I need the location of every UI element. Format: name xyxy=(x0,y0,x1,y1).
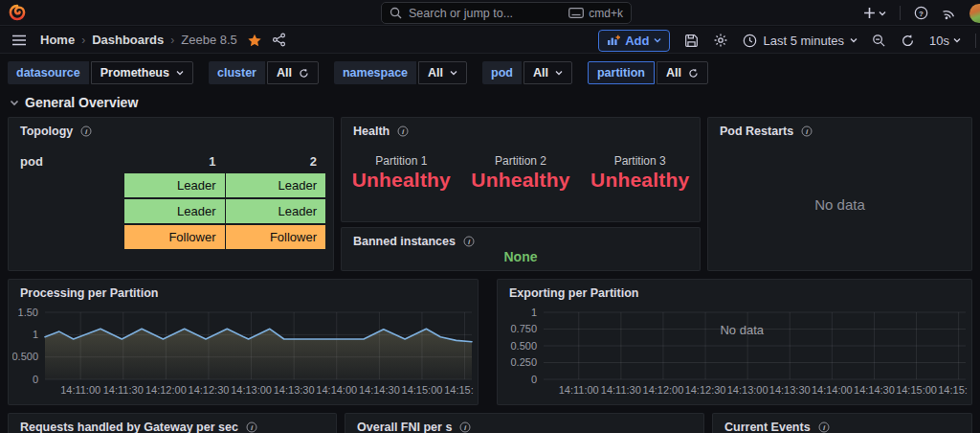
help-button[interactable]: ? xyxy=(914,6,928,20)
svg-text:i: i xyxy=(468,238,471,246)
chart-svg: 14:11:0014:11:3014:12:0014:12:3014:13:00… xyxy=(12,308,474,400)
chevron-down-icon xyxy=(850,37,858,43)
topology-table-body: LeaderLeaderLeaderLeaderFollowerFollower xyxy=(16,173,325,249)
save-icon xyxy=(684,34,699,48)
chevron-down-icon xyxy=(176,70,184,76)
svg-text:0.750: 0.750 xyxy=(510,323,537,334)
gear-icon xyxy=(713,33,728,48)
exporting-chart[interactable]: 14:11:0014:11:3014:12:0014:12:3014:13:00… xyxy=(501,308,968,400)
plus-icon xyxy=(863,7,876,19)
top-header-bar: Search or jump to... cmd+k xyxy=(0,0,980,26)
panel-exporting-per-partition: Exporting per Partition 14:11:0014:11:30… xyxy=(497,279,972,405)
dashboard-toolbar: Home › Dashboards › Zeebe 8.5 xyxy=(0,27,980,54)
breadcrumb-dashboards[interactable]: Dashboards xyxy=(92,33,164,47)
news-button[interactable] xyxy=(942,6,956,20)
refresh-button[interactable] xyxy=(901,34,915,48)
share-button[interactable] xyxy=(272,33,286,47)
filter-cluster-value[interactable]: All xyxy=(267,61,319,84)
time-range-picker[interactable]: Last 5 minutes xyxy=(743,34,858,48)
info-icon[interactable]: i xyxy=(459,422,471,433)
save-dashboard-button[interactable] xyxy=(684,34,699,48)
star-icon xyxy=(247,33,262,48)
panel-title[interactable]: Requests handled by Gateway per sec i xyxy=(9,414,336,433)
search-shortcut: cmd+k xyxy=(568,7,623,20)
topology-cell: Leader xyxy=(226,199,326,223)
svg-text:14:14:30: 14:14:30 xyxy=(854,384,895,396)
topology-pod-cell xyxy=(16,199,123,223)
svg-text:14:12:00: 14:12:00 xyxy=(145,384,187,396)
panel-title[interactable]: Health i xyxy=(342,118,700,142)
grafana-logo[interactable] xyxy=(8,3,27,22)
search-placeholder: Search or jump to... xyxy=(409,7,568,20)
breadcrumb-current: Zeebe 8.5 xyxy=(181,33,237,47)
panel-title[interactable]: Overall FNI per s i xyxy=(345,414,703,433)
row-general-overview[interactable]: General Overview xyxy=(10,95,138,110)
topology-cell: Leader xyxy=(226,173,326,197)
svg-text:0.500: 0.500 xyxy=(510,340,537,352)
filter-datasource-value[interactable]: Prometheus xyxy=(91,61,193,84)
filter-namespace-label: namespace xyxy=(334,61,416,84)
add-panel-button[interactable]: Add xyxy=(598,30,670,52)
avatar[interactable] xyxy=(969,4,980,23)
svg-text:14:13:30: 14:13:30 xyxy=(274,384,315,396)
info-icon[interactable]: i xyxy=(397,125,409,137)
filter-partition-value[interactable]: All xyxy=(657,61,708,84)
panel-title[interactable]: Topology i xyxy=(9,118,333,142)
svg-text:i: i xyxy=(251,423,254,432)
add-visualization-icon xyxy=(607,34,620,46)
filter-namespace-value[interactable]: All xyxy=(418,61,467,84)
panel-title[interactable]: Pod Restarts i xyxy=(708,118,971,142)
svg-text:0.500: 0.500 xyxy=(12,351,38,362)
search-icon xyxy=(390,7,402,19)
refresh-interval-picker[interactable]: 10s xyxy=(929,34,961,48)
panel-title[interactable]: Processing per Partition xyxy=(9,280,478,304)
svg-text:14:11:00: 14:11:00 xyxy=(559,384,599,396)
info-icon[interactable]: i xyxy=(246,422,257,433)
zoom-out-button[interactable] xyxy=(872,34,886,48)
svg-text:14:14:00: 14:14:00 xyxy=(316,384,357,396)
svg-text:1: 1 xyxy=(531,308,537,318)
info-icon[interactable]: i xyxy=(801,125,813,137)
stat-value: Unhealthy xyxy=(342,169,461,192)
svg-text:14:15:30: 14:15:30 xyxy=(938,384,968,396)
svg-text:i: i xyxy=(806,127,809,136)
svg-text:0: 0 xyxy=(33,374,38,385)
zoom-out-icon xyxy=(872,34,886,48)
breadcrumb-home[interactable]: Home xyxy=(40,33,75,47)
info-icon[interactable]: i xyxy=(818,422,830,433)
variable-filters: datasource Prometheus cluster All namesp… xyxy=(8,61,708,84)
svg-text:14:15:00: 14:15:00 xyxy=(402,384,443,396)
table-row: LeaderLeader xyxy=(16,199,325,223)
svg-text:1: 1 xyxy=(33,329,38,340)
chevron-down-icon xyxy=(555,70,563,76)
favorite-button[interactable] xyxy=(247,33,262,48)
info-icon[interactable]: i xyxy=(80,125,92,137)
panel-title[interactable]: Exporting per Partition xyxy=(498,280,971,304)
stat-partition-2: Partition 2 Unhealthy xyxy=(461,154,581,192)
panel-title[interactable]: Current Events i xyxy=(713,414,971,433)
svg-text:?: ? xyxy=(919,10,924,18)
search-input[interactable]: Search or jump to... cmd+k xyxy=(381,2,632,24)
svg-text:14:15:00: 14:15:00 xyxy=(896,384,937,396)
chevron-down-icon xyxy=(654,37,661,43)
stat-value: Unhealthy xyxy=(580,169,700,192)
panel-pod-restarts: Pod Restarts i No data xyxy=(707,117,972,271)
filter-cluster: cluster All xyxy=(209,61,319,84)
refresh-interval-label: 10s xyxy=(929,34,949,48)
svg-text:14:11:30: 14:11:30 xyxy=(103,384,144,396)
svg-text:14:12:30: 14:12:30 xyxy=(685,384,726,396)
rss-icon xyxy=(942,6,956,20)
panel-title[interactable]: Banned instances i xyxy=(342,228,700,248)
svg-text:14:13:30: 14:13:30 xyxy=(769,384,811,396)
new-menu-button[interactable] xyxy=(863,7,886,19)
processing-chart[interactable]: 14:11:0014:11:3014:12:0014:12:3014:13:00… xyxy=(12,308,474,400)
filter-pod-value[interactable]: All xyxy=(523,61,572,84)
topology-cell: Leader xyxy=(124,199,225,223)
info-icon[interactable]: i xyxy=(463,236,475,247)
grafana-dashboard: Search or jump to... cmd+k xyxy=(0,0,980,433)
dashboard-settings-button[interactable] xyxy=(713,33,728,48)
banned-instances-value: None xyxy=(342,249,700,264)
filter-datasource-label: datasource xyxy=(8,61,89,84)
menu-toggle-button[interactable] xyxy=(11,34,27,47)
toolbar-actions: Add xyxy=(598,27,980,54)
